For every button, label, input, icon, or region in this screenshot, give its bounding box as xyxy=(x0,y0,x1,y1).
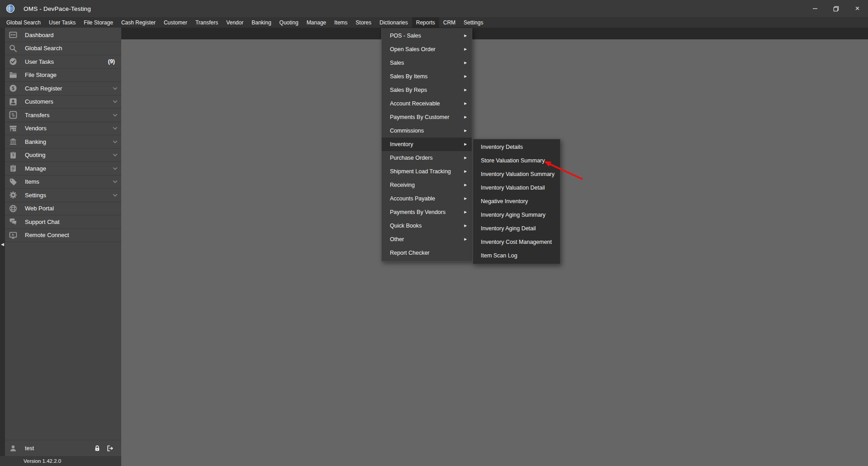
menu-crm[interactable]: CRM xyxy=(439,17,460,28)
menu-item-label: Receiving xyxy=(390,182,415,188)
version-bar: Version 1.42.2.0 xyxy=(0,456,121,466)
menu-settings[interactable]: Settings xyxy=(460,17,487,28)
submenu-negative-inventory[interactable]: Negative Inventory xyxy=(473,195,560,208)
clipboard-lines-icon xyxy=(8,164,18,172)
reports-menu-quick-books[interactable]: Quick Books▶ xyxy=(382,219,472,233)
sidebar-collapse-icon[interactable]: ◀ xyxy=(0,242,5,247)
sidebar-item-user-tasks[interactable]: User Tasks (9) xyxy=(5,55,121,69)
reports-menu-shipment-load-tracking[interactable]: Shipment Load Tracking▶ xyxy=(382,165,472,178)
menu-item-label: POS - Sales xyxy=(390,33,421,39)
reports-menu-commissions[interactable]: Commissions▶ xyxy=(382,124,472,138)
reports-menu-accounts-payable[interactable]: Accounts Payable▶ xyxy=(382,192,472,205)
submenu-item-scan-log[interactable]: Item Scan Log xyxy=(473,249,560,262)
reports-menu-payments-by-customer[interactable]: Payments By Customer▶ xyxy=(382,110,472,124)
submenu-arrow-icon: ▶ xyxy=(464,88,467,92)
menu-quoting[interactable]: Quoting xyxy=(275,17,303,28)
sidebar-item-vendors[interactable]: Vendors xyxy=(5,122,121,136)
sidebar-item-label: Cash Register xyxy=(25,85,62,92)
sidebar-item-support-chat[interactable]: Support Chat xyxy=(5,215,121,229)
reports-menu-purchase-orders[interactable]: Purchase Orders▶ xyxy=(382,151,472,165)
reports-menu-payments-by-vendors[interactable]: Payments By Vendors▶ xyxy=(382,205,472,219)
chat-icon xyxy=(8,218,18,226)
sidebar-item-label: Quoting xyxy=(25,152,46,158)
sidebar-item-quoting[interactable]: ? Quoting xyxy=(5,149,121,162)
minimize-button[interactable] xyxy=(804,0,825,17)
sidebar-item-settings[interactable]: Settings xyxy=(5,189,121,202)
reports-menu-receiving[interactable]: Receiving▶ xyxy=(382,178,472,192)
submenu-arrow-icon: ▶ xyxy=(464,61,467,65)
check-circle-icon xyxy=(8,57,18,66)
sidebar-item-items[interactable]: Items xyxy=(5,176,121,189)
menu-cash-register[interactable]: Cash Register xyxy=(117,17,160,28)
reports-menu-open-sales-order[interactable]: Open Sales Order▶ xyxy=(382,43,472,56)
menu-transfers[interactable]: Transfers xyxy=(191,17,222,28)
menu-user-tasks[interactable]: User Tasks xyxy=(45,17,80,28)
menu-item-label: Inventory xyxy=(390,141,413,147)
sidebar-item-label: File Storage xyxy=(25,71,57,78)
sidebar-item-label: Transfers xyxy=(25,112,49,119)
restore-button[interactable] xyxy=(825,0,847,17)
submenu-inventory-cost-management[interactable]: Inventory Cost Management xyxy=(473,235,560,249)
menu-item-label: Quick Books xyxy=(390,223,422,229)
menu-vendor[interactable]: Vendor xyxy=(222,17,247,28)
sidebar-item-transfers[interactable]: Transfers xyxy=(5,109,121,122)
reports-menu-other[interactable]: Other▶ xyxy=(382,233,472,246)
reports-menu-account-receivable[interactable]: Account Receivable▶ xyxy=(382,97,472,110)
close-button[interactable]: × xyxy=(847,0,868,17)
sidebar-item-banking[interactable]: Banking xyxy=(5,135,121,149)
submenu-arrow-icon: ▶ xyxy=(464,238,467,241)
submenu-arrow-icon: ▶ xyxy=(464,156,467,160)
submenu-inventory-details[interactable]: Inventory Details xyxy=(473,140,560,154)
sidebar-item-customers[interactable]: Customers xyxy=(5,95,121,109)
menu-item-label: Account Receivable xyxy=(390,100,440,107)
reports-menu-report-checker[interactable]: Report Checker xyxy=(382,246,472,260)
menu-stores[interactable]: Stores xyxy=(351,17,375,28)
menu-customer[interactable]: Customer xyxy=(160,17,191,28)
sidebar-item-label: Settings xyxy=(25,192,46,199)
svg-text:$: $ xyxy=(12,86,14,91)
menu-global-search[interactable]: Global Search xyxy=(2,17,45,28)
menu-reports[interactable]: Reports xyxy=(412,17,439,28)
reports-menu-pos-sales[interactable]: POS - Sales▶ xyxy=(382,29,472,43)
sidebar-item-label: Remote Connect xyxy=(25,232,69,238)
sidebar-item-web-portal[interactable]: Web Portal xyxy=(5,202,121,216)
sidebar-item-remote-connect[interactable]: Remote Connect xyxy=(5,229,121,243)
menu-items[interactable]: Items xyxy=(330,17,351,28)
reports-menu-sales-by-items[interactable]: Sales By Items▶ xyxy=(382,70,472,83)
sidebar-item-global-search[interactable]: Global Search xyxy=(5,42,121,56)
sidebar-item-manage[interactable]: Manage xyxy=(5,162,121,176)
tag-icon xyxy=(8,178,18,186)
sidebar-item-dashboard[interactable]: Dashboard xyxy=(5,29,121,42)
window-title: OMS - DevPace-Testing xyxy=(24,5,91,12)
submenu-inventory-valuation-detail[interactable]: Inventory Valuation Detail xyxy=(473,181,560,195)
sidebar-item-label: Manage xyxy=(25,165,46,172)
menu-manage[interactable]: Manage xyxy=(303,17,330,28)
sidebar-item-label: Customers xyxy=(25,98,53,105)
reports-menu-inventory[interactable]: Inventory▶ xyxy=(382,138,472,151)
submenu-inventory-aging-detail[interactable]: Inventory Aging Detail xyxy=(473,222,560,235)
clipboard-question-icon: ? xyxy=(8,151,18,159)
menu-file-storage[interactable]: File Storage xyxy=(80,17,117,28)
dashboard-icon xyxy=(8,31,18,39)
submenu-arrow-icon: ▶ xyxy=(464,197,467,200)
svg-text:?: ? xyxy=(12,153,14,158)
menu-item-label: Sales By Reps xyxy=(390,87,427,93)
sidebar-item-file-storage[interactable]: File Storage xyxy=(5,69,121,82)
user-tasks-count-badge: (9) xyxy=(108,58,115,65)
reports-menu-sales-by-reps[interactable]: Sales By Reps▶ xyxy=(382,83,472,97)
version-label: Version 1.42.2.0 xyxy=(24,458,61,464)
submenu-inventory-valuation-summary[interactable]: Inventory Valuation Summary xyxy=(473,167,560,181)
logout-icon[interactable] xyxy=(106,445,114,452)
menu-banking[interactable]: Banking xyxy=(247,17,275,28)
submenu-inventory-aging-summary[interactable]: Inventory Aging Summary xyxy=(473,208,560,222)
lock-icon[interactable] xyxy=(94,445,101,452)
submenu-store-valuation-summary[interactable]: Store Valuation Summary xyxy=(473,154,560,167)
sidebar-item-label: Banking xyxy=(25,138,46,145)
menu-item-label: Report Checker xyxy=(390,250,430,256)
menu-item-label: Commissions xyxy=(390,128,424,134)
reports-menu-sales[interactable]: Sales▶ xyxy=(382,56,472,70)
menu-dictionaries[interactable]: Dictionaries xyxy=(375,17,412,28)
sidebar: ◀ Dashboard Global Sear xyxy=(0,28,121,466)
sidebar-item-cash-register[interactable]: $ Cash Register xyxy=(5,82,121,95)
sidebar-gutter xyxy=(0,28,5,466)
